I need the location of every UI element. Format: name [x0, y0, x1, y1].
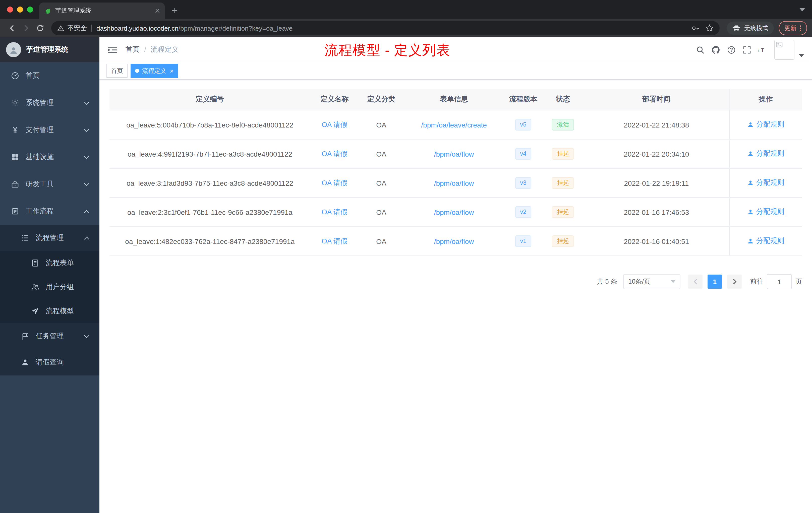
table-row: oa_leave:5:004b710b-7b8a-11ec-8ef0-acde4… [110, 110, 802, 139]
sidebar-item-label: 支付管理 [26, 125, 54, 134]
cell-deploy-time: 2022-01-16 01:40:51 [584, 227, 729, 256]
logo-title: 芋道管理系统 [26, 45, 68, 54]
prev-page-button[interactable] [688, 275, 702, 289]
definition-name-link[interactable]: OA 请假 [322, 178, 348, 186]
user-icon [747, 238, 754, 244]
next-page-button[interactable] [727, 275, 742, 289]
window-minimize-button[interactable] [17, 6, 23, 12]
tags-view: 首页 流程定义 × [99, 62, 812, 80]
definition-name-link[interactable]: OA 请假 [322, 237, 348, 245]
chevron-down-icon [84, 128, 89, 132]
sidebar-toggle-icon[interactable] [108, 46, 117, 54]
sidebar-item-task-management[interactable]: 任务管理 [0, 323, 99, 350]
sidebar-item-label: 请假查询 [36, 358, 64, 367]
window-close-button[interactable] [7, 6, 13, 12]
tag-home[interactable]: 首页 [107, 64, 127, 78]
screen: 芋道管理系统 不安全 dashboard.yudao.iocoder.cn/bp… [0, 0, 812, 513]
github-icon[interactable] [710, 44, 721, 55]
form-link[interactable]: /bpm/oa/flow [434, 208, 474, 216]
sidebar-item-process-management[interactable]: 流程管理 [0, 225, 99, 251]
browser-tab[interactable]: 芋道管理系统 [39, 2, 165, 19]
column-header: 状态 [542, 89, 584, 110]
form-link[interactable]: /bpm/oa/flow [434, 237, 474, 245]
page-size-select[interactable]: 10条/页 [623, 274, 680, 289]
help-icon[interactable] [726, 44, 737, 55]
sidebar-item-system-management[interactable]: 系统管理 [0, 89, 99, 117]
definition-name-link[interactable]: OA 请假 [322, 208, 348, 216]
form-link[interactable]: /bpm/oa/leave/create [421, 121, 487, 129]
tag-process-definition[interactable]: 流程定义 × [130, 64, 178, 78]
app-navbar: 首页 / 流程定义 流程模型 - 定义列表 tT [99, 37, 812, 62]
user-avatar[interactable] [774, 40, 794, 60]
browser-menu-dots-icon[interactable] [800, 25, 802, 31]
status-badge: 挂起 [552, 206, 574, 218]
status-badge: 激活 [552, 119, 574, 130]
font-size-icon[interactable]: tT [757, 44, 768, 55]
cell-definition-id: oa_leave:3:1fad3d93-7b75-11ec-a3c8-acde4… [110, 169, 310, 198]
reload-button[interactable] [33, 21, 47, 35]
sidebar-item-leave-query[interactable]: 请假查询 [0, 350, 99, 375]
status-badge: 挂起 [552, 148, 574, 160]
sidebar-item-user-group[interactable]: 用户分组 [0, 275, 99, 299]
column-header: 流程版本 [504, 89, 542, 110]
forward-button[interactable] [19, 21, 33, 35]
assign-rule-link[interactable]: 分配规则 [747, 149, 784, 158]
image-placeholder-icon [776, 41, 783, 48]
browser-tab-strip: 芋道管理系统 [0, 0, 812, 19]
sidebar-item-process-model[interactable]: 流程模型 [0, 299, 99, 323]
sidebar-item-payment-management[interactable]: 支付管理 [0, 117, 99, 144]
assign-rule-link[interactable]: 分配规则 [747, 178, 784, 187]
sidebar-item-process-form[interactable]: 流程表单 [0, 251, 99, 275]
table-row: oa_leave:3:1fad3d93-7b75-11ec-a3c8-acde4… [110, 169, 802, 198]
form-link[interactable]: /bpm/oa/flow [434, 179, 474, 187]
tag-active-dot [135, 69, 139, 73]
sidebar-item-label: 流程表单 [46, 259, 74, 268]
column-header: 定义分类 [359, 89, 404, 110]
version-badge: v5 [515, 119, 531, 130]
url-path: /bpm/manager/definition?key=oa_leave [178, 24, 293, 32]
sidebar-item-workflow[interactable]: 工作流程 [0, 198, 99, 225]
form-icon [31, 259, 39, 267]
search-icon[interactable] [695, 44, 705, 55]
tab-close-icon[interactable] [155, 8, 160, 13]
tab-search-icon[interactable] [800, 8, 805, 11]
user-icon [747, 151, 754, 157]
version-badge: v4 [515, 148, 531, 160]
window-zoom-button[interactable] [27, 6, 33, 12]
address-bar[interactable]: 不安全 dashboard.yudao.iocoder.cn/bpm/manag… [51, 21, 720, 35]
version-badge: v2 [515, 206, 531, 218]
list-icon [21, 234, 29, 242]
sidebar-item-label: 基础设施 [26, 153, 54, 162]
tag-close-icon[interactable]: × [170, 67, 174, 74]
sidebar-item-infrastructure[interactable]: 基础设施 [0, 144, 99, 171]
new-tab-button[interactable] [169, 4, 181, 17]
assign-rule-link[interactable]: 分配规则 [747, 237, 784, 246]
yen-icon [11, 126, 19, 134]
send-icon [31, 307, 39, 315]
avatar-caret-icon[interactable] [799, 54, 804, 57]
sidebar-item-label: 任务管理 [36, 332, 64, 341]
breadcrumb-home[interactable]: 首页 [125, 45, 140, 54]
column-header: 定义编号 [110, 89, 310, 110]
url-divider [91, 25, 92, 32]
sidebar-item-label: 流程管理 [36, 233, 64, 242]
update-button[interactable]: 更新 [779, 21, 807, 35]
workflow-icon [11, 207, 19, 215]
select-caret-icon [671, 280, 675, 283]
fullscreen-icon[interactable] [741, 44, 752, 55]
assign-rule-link[interactable]: 分配规则 [747, 208, 784, 217]
form-link[interactable]: /bpm/oa/flow [434, 150, 474, 158]
sidebar-item-dev-tools[interactable]: 研发工具 [0, 171, 99, 198]
current-page-button[interactable]: 1 [707, 275, 722, 289]
cell-category: OA [359, 139, 404, 169]
goto-page-input[interactable] [767, 274, 792, 289]
key-icon[interactable] [692, 24, 699, 32]
bookmark-star-icon[interactable] [705, 24, 714, 32]
infra-icon [11, 153, 19, 161]
breadcrumb-separator: / [144, 46, 146, 54]
definition-name-link[interactable]: OA 请假 [322, 120, 348, 128]
definition-name-link[interactable]: OA 请假 [322, 149, 348, 157]
assign-rule-link[interactable]: 分配规则 [747, 120, 784, 129]
sidebar-item-home[interactable]: 首页 [0, 62, 99, 89]
back-button[interactable] [5, 21, 19, 35]
